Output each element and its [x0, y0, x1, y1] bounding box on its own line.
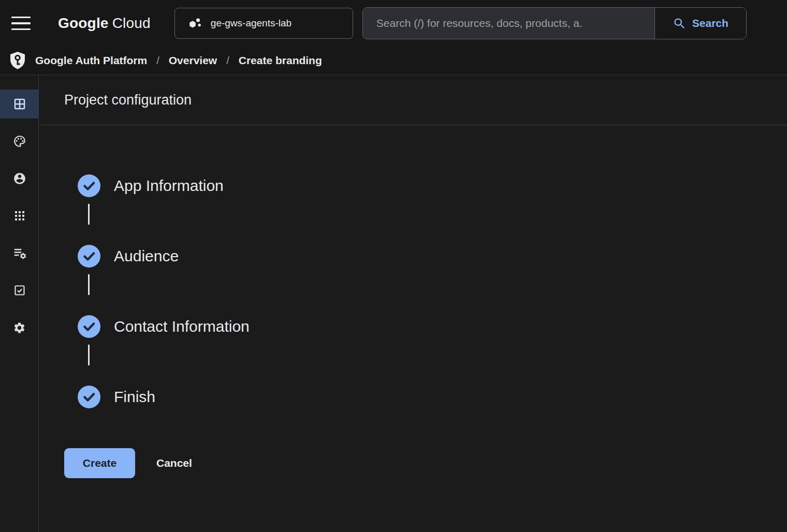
breadcrumb-separator: / [224, 55, 231, 67]
stepper: App Information Audience [78, 174, 787, 408]
list-gear-icon [13, 246, 26, 260]
project-selector[interactable]: ge-gws-agents-lab [174, 8, 353, 39]
logo-google-text: Google [58, 15, 109, 31]
gear-icon [13, 321, 26, 334]
sidebar-item-branding[interactable] [0, 127, 39, 156]
step-label: Contact Information [114, 318, 250, 335]
sidebar-item-verification[interactable] [0, 276, 39, 305]
search-bar: Search [362, 7, 747, 39]
breadcrumb-separator: / [154, 55, 162, 67]
breadcrumb: Google Auth Platform / Overview / Create… [0, 47, 787, 75]
step-audience: Audience [78, 245, 787, 295]
breadcrumb-item-create-branding: Create branding [239, 54, 322, 67]
step-completed-check-icon [78, 315, 100, 338]
search-icon [673, 17, 687, 31]
dashboard-icon [13, 97, 26, 111]
project-selector-label: ge-gws-agents-lab [211, 18, 292, 29]
cancel-button[interactable]: Cancel [156, 457, 192, 469]
step-completed-check-icon [78, 174, 100, 197]
search-button-label: Search [692, 17, 728, 29]
form-actions: Create Cancel [64, 448, 787, 478]
page-title: Project configuration [64, 92, 192, 108]
create-button[interactable]: Create [64, 448, 135, 478]
step-connector-line [88, 204, 90, 225]
topbar: GoogleCloud ge-gws-agents-lab Search [0, 0, 787, 47]
sidebar-item-audience[interactable] [0, 164, 39, 193]
apps-grid-icon [13, 210, 26, 222]
google-cloud-logo: GoogleCloud [58, 15, 151, 32]
auth-platform-shield-key-icon [7, 50, 28, 71]
step-contact-information: Contact Information [78, 315, 787, 365]
step-connector-line [88, 274, 90, 295]
project-hexagon-icon [187, 16, 202, 31]
main-content: Project configuration App Information [39, 75, 787, 532]
checkbox-check-icon [13, 284, 26, 297]
search-input[interactable] [363, 8, 654, 39]
step-label: App Information [114, 177, 224, 195]
person-icon [13, 172, 26, 185]
menu-hamburger-icon[interactable] [11, 10, 38, 37]
sidebar-item-settings[interactable] [0, 313, 39, 342]
page-header: Project configuration [39, 75, 787, 125]
sidebar [0, 75, 39, 532]
search-button[interactable]: Search [654, 8, 746, 39]
step-finish: Finish [78, 386, 787, 408]
sidebar-item-clients[interactable] [0, 201, 39, 230]
step-label: Audience [114, 247, 179, 265]
logo-cloud-text: Cloud [112, 15, 151, 31]
sidebar-item-overview[interactable] [0, 90, 39, 119]
step-connector-line [88, 345, 90, 365]
palette-icon [13, 135, 26, 148]
sidebar-item-data-access[interactable] [0, 239, 39, 268]
step-label: Finish [114, 388, 155, 406]
step-completed-check-icon [78, 245, 100, 268]
step-app-information: App Information [78, 174, 787, 225]
step-completed-check-icon [78, 386, 100, 408]
breadcrumb-item-google-auth-platform[interactable]: Google Auth Platform [35, 54, 147, 67]
breadcrumb-item-overview[interactable]: Overview [169, 54, 217, 67]
